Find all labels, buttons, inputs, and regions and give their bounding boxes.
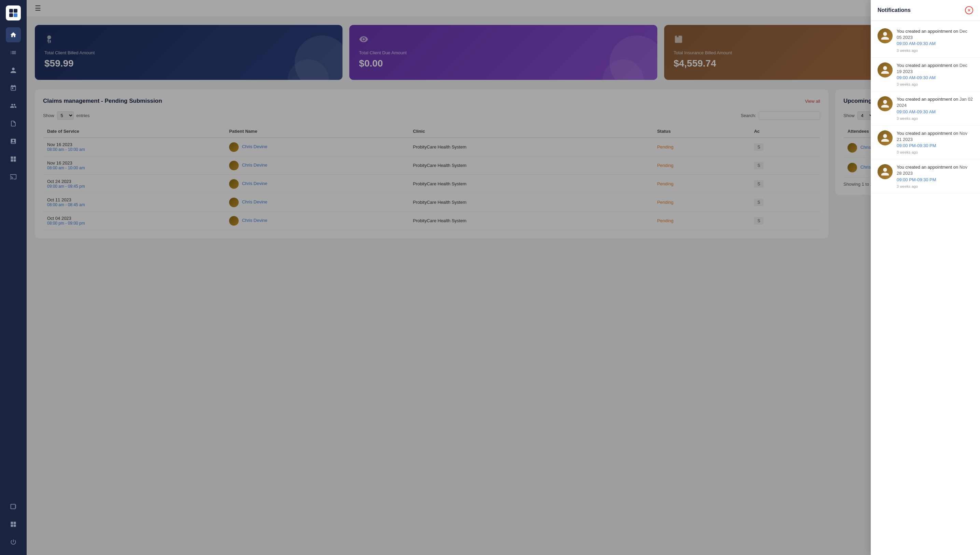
sidebar-item-activity[interactable]	[6, 499, 21, 514]
notif-time-ago-2: 3 weeks ago	[897, 116, 973, 120]
sidebar-item-list[interactable]	[6, 45, 21, 60]
notif-text-4: You created an appointment on Nov 28 202…	[897, 164, 973, 183]
notif-body-4: You created an appointment on Nov 28 202…	[897, 164, 973, 188]
notif-avatar-1	[877, 63, 893, 77]
notif-text-2: You created an appointment on Jan 02 202…	[897, 96, 973, 115]
notif-time-link-2[interactable]: 09:00 AM-09:30 AM	[897, 109, 936, 114]
notifications-list: You created an appointment on Dec 05 202…	[871, 21, 980, 555]
notification-item: You created an appointment on Jan 02 202…	[871, 91, 980, 126]
svg-rect-2	[9, 13, 13, 17]
notif-time-ago-4: 3 weeks ago	[897, 184, 973, 188]
svg-rect-1	[14, 9, 18, 13]
sidebar-item-grid[interactable]	[6, 152, 21, 167]
notif-avatar-4	[877, 164, 893, 179]
notifications-title: Notifications	[877, 7, 911, 13]
sidebar-item-home[interactable]	[6, 27, 21, 42]
notification-item: You created an appointment on Dec 05 202…	[871, 24, 980, 58]
notif-body-0: You created an appointment on Dec 05 202…	[897, 28, 973, 53]
notification-item: You created an appointment on Dec 19 202…	[871, 58, 980, 92]
sidebar-item-dashboard[interactable]	[6, 517, 21, 532]
notif-time-ago-0: 3 weeks ago	[897, 48, 973, 53]
notifications-close-button[interactable]: ×	[965, 6, 973, 14]
notifications-header: Notifications ×	[871, 0, 980, 21]
notif-avatar-3	[877, 130, 893, 145]
notification-item: You created an appointment on Nov 28 202…	[871, 159, 980, 194]
svg-rect-3	[14, 13, 18, 17]
notif-text-3: You created an appointment on Nov 21 202…	[897, 130, 973, 149]
notif-avatar-2	[877, 96, 893, 111]
sidebar-item-person[interactable]	[6, 63, 21, 78]
notification-item: You created an appointment on Nov 21 202…	[871, 126, 980, 160]
notif-time-link-4[interactable]: 09:00 PM-09:30 PM	[897, 177, 936, 182]
notif-body-2: You created an appointment on Jan 02 202…	[897, 96, 973, 120]
notif-body-1: You created an appointment on Dec 19 202…	[897, 63, 973, 87]
sidebar-item-team[interactable]	[6, 98, 21, 113]
notif-time-link-1[interactable]: 09:00 AM-09:30 AM	[897, 75, 936, 80]
sidebar-item-calendar[interactable]	[6, 80, 21, 96]
svg-rect-0	[9, 9, 13, 13]
sidebar-item-power[interactable]	[6, 534, 21, 550]
notif-body-3: You created an appointment on Nov 21 202…	[897, 130, 973, 155]
notif-time-ago-1: 3 weeks ago	[897, 82, 973, 87]
sidebar-item-schedule[interactable]	[6, 134, 21, 149]
main-content: ☰ Total Client Billed Amount $59.99 Tota…	[27, 0, 980, 555]
sidebar	[0, 0, 27, 555]
sidebar-item-cast[interactable]	[6, 169, 21, 184]
notif-time-link-0[interactable]: 09:00 AM-09:30 AM	[897, 41, 936, 46]
notif-avatar-0	[877, 28, 893, 43]
sidebar-item-document[interactable]	[6, 116, 21, 131]
notif-time-ago-3: 3 weeks ago	[897, 150, 973, 154]
notif-text-0: You created an appointment on Dec 05 202…	[897, 28, 973, 47]
notifications-panel: Notifications × You created an appointme…	[871, 0, 980, 555]
app-logo[interactable]	[6, 5, 21, 21]
notif-text-1: You created an appointment on Dec 19 202…	[897, 63, 973, 81]
overlay	[27, 0, 980, 555]
notif-time-link-3[interactable]: 09:00 PM-09:30 PM	[897, 143, 936, 148]
